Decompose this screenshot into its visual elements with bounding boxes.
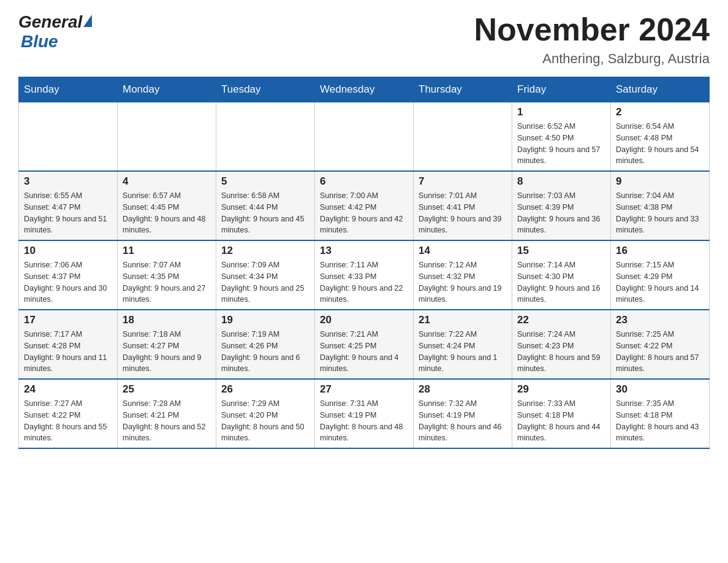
day-info: Sunrise: 6:57 AMSunset: 4:45 PMDaylight:…	[123, 190, 211, 236]
logo-triangle-icon	[83, 15, 92, 27]
day-info: Sunrise: 7:04 AMSunset: 4:38 PMDaylight:…	[616, 190, 704, 236]
day-number: 29	[517, 383, 605, 396]
day-info: Sunrise: 7:11 AMSunset: 4:33 PMDaylight:…	[320, 259, 408, 305]
day-info: Sunrise: 7:35 AMSunset: 4:18 PMDaylight:…	[616, 398, 704, 444]
day-number: 8	[517, 175, 605, 188]
day-info: Sunrise: 7:27 AMSunset: 4:22 PMDaylight:…	[24, 398, 112, 444]
logo-general-text: General	[18, 12, 82, 32]
day-number: 30	[616, 383, 704, 396]
day-number: 15	[517, 245, 605, 257]
calendar-cell: 7Sunrise: 7:01 AMSunset: 4:41 PMDaylight…	[414, 171, 512, 240]
calendar-cell	[315, 102, 414, 172]
week-row-3: 10Sunrise: 7:06 AMSunset: 4:37 PMDayligh…	[19, 240, 710, 310]
day-number: 4	[123, 175, 211, 188]
calendar-cell: 26Sunrise: 7:29 AMSunset: 4:20 PMDayligh…	[216, 379, 315, 448]
day-info: Sunrise: 7:31 AMSunset: 4:19 PMDaylight:…	[320, 398, 408, 444]
day-number: 17	[24, 314, 112, 326]
calendar-cell: 12Sunrise: 7:09 AMSunset: 4:34 PMDayligh…	[216, 240, 315, 310]
calendar-cell: 8Sunrise: 7:03 AMSunset: 4:39 PMDaylight…	[512, 171, 611, 240]
week-row-4: 17Sunrise: 7:17 AMSunset: 4:28 PMDayligh…	[19, 310, 710, 379]
day-info: Sunrise: 7:21 AMSunset: 4:25 PMDaylight:…	[320, 329, 408, 375]
day-info: Sunrise: 7:06 AMSunset: 4:37 PMDaylight:…	[24, 259, 112, 305]
calendar-cell	[216, 102, 315, 172]
day-number: 25	[123, 383, 211, 396]
calendar-cell: 6Sunrise: 7:00 AMSunset: 4:42 PMDaylight…	[315, 171, 414, 240]
calendar-cell	[414, 102, 512, 172]
day-number: 10	[24, 245, 112, 257]
day-number: 7	[419, 175, 507, 188]
calendar-cell: 24Sunrise: 7:27 AMSunset: 4:22 PMDayligh…	[19, 379, 118, 448]
calendar-title: November 2024	[474, 12, 710, 47]
day-number: 1	[517, 106, 605, 118]
day-info: Sunrise: 7:33 AMSunset: 4:18 PMDaylight:…	[517, 398, 605, 444]
calendar-cell: 4Sunrise: 6:57 AMSunset: 4:45 PMDaylight…	[118, 171, 216, 240]
calendar-cell	[19, 102, 118, 172]
calendar-cell: 21Sunrise: 7:22 AMSunset: 4:24 PMDayligh…	[414, 310, 512, 379]
day-number: 14	[419, 245, 507, 257]
day-info: Sunrise: 7:28 AMSunset: 4:21 PMDaylight:…	[123, 398, 211, 444]
day-info: Sunrise: 7:01 AMSunset: 4:41 PMDaylight:…	[419, 190, 507, 236]
day-number: 21	[419, 314, 507, 326]
day-info: Sunrise: 7:18 AMSunset: 4:27 PMDaylight:…	[123, 329, 211, 375]
day-info: Sunrise: 7:15 AMSunset: 4:29 PMDaylight:…	[616, 259, 704, 305]
day-number: 16	[616, 245, 704, 257]
calendar-cell: 20Sunrise: 7:21 AMSunset: 4:25 PMDayligh…	[315, 310, 414, 379]
calendar-cell: 2Sunrise: 6:54 AMSunset: 4:48 PMDaylight…	[611, 102, 710, 172]
calendar-cell: 11Sunrise: 7:07 AMSunset: 4:35 PMDayligh…	[118, 240, 216, 310]
day-info: Sunrise: 7:14 AMSunset: 4:30 PMDaylight:…	[517, 259, 605, 305]
day-info: Sunrise: 7:12 AMSunset: 4:32 PMDaylight:…	[419, 259, 507, 305]
day-info: Sunrise: 7:07 AMSunset: 4:35 PMDaylight:…	[123, 259, 211, 305]
week-row-2: 3Sunrise: 6:55 AMSunset: 4:47 PMDaylight…	[19, 171, 710, 240]
day-number: 26	[221, 383, 309, 396]
logo-blue-text: Blue	[21, 32, 58, 52]
day-number: 2	[616, 106, 704, 118]
calendar-cell: 16Sunrise: 7:15 AMSunset: 4:29 PMDayligh…	[611, 240, 710, 310]
calendar-cell	[118, 102, 216, 172]
day-info: Sunrise: 7:19 AMSunset: 4:26 PMDaylight:…	[221, 329, 309, 375]
day-number: 3	[24, 175, 112, 188]
day-info: Sunrise: 7:32 AMSunset: 4:19 PMDaylight:…	[419, 398, 507, 444]
day-number: 6	[320, 175, 408, 188]
day-number: 19	[221, 314, 309, 326]
day-info: Sunrise: 6:52 AMSunset: 4:50 PMDaylight:…	[517, 121, 605, 167]
calendar-cell: 28Sunrise: 7:32 AMSunset: 4:19 PMDayligh…	[414, 379, 512, 448]
day-info: Sunrise: 7:22 AMSunset: 4:24 PMDaylight:…	[419, 329, 507, 375]
day-number: 12	[221, 245, 309, 257]
day-number: 11	[123, 245, 211, 257]
day-number: 28	[419, 383, 507, 396]
week-row-1: 1Sunrise: 6:52 AMSunset: 4:50 PMDaylight…	[19, 102, 710, 172]
day-info: Sunrise: 6:54 AMSunset: 4:48 PMDaylight:…	[616, 121, 704, 167]
header-sunday: Sunday	[19, 77, 118, 102]
day-number: 9	[616, 175, 704, 188]
calendar-cell: 25Sunrise: 7:28 AMSunset: 4:21 PMDayligh…	[118, 379, 216, 448]
calendar-cell: 15Sunrise: 7:14 AMSunset: 4:30 PMDayligh…	[512, 240, 611, 310]
calendar-cell: 23Sunrise: 7:25 AMSunset: 4:22 PMDayligh…	[611, 310, 710, 379]
header-saturday: Saturday	[611, 77, 710, 102]
calendar-cell: 14Sunrise: 7:12 AMSunset: 4:32 PMDayligh…	[414, 240, 512, 310]
day-info: Sunrise: 6:58 AMSunset: 4:44 PMDaylight:…	[221, 190, 309, 236]
day-info: Sunrise: 7:03 AMSunset: 4:39 PMDaylight:…	[517, 190, 605, 236]
day-info: Sunrise: 7:24 AMSunset: 4:23 PMDaylight:…	[517, 329, 605, 375]
day-number: 23	[616, 314, 704, 326]
calendar-cell: 17Sunrise: 7:17 AMSunset: 4:28 PMDayligh…	[19, 310, 118, 379]
day-number: 24	[24, 383, 112, 396]
calendar-cell: 10Sunrise: 7:06 AMSunset: 4:37 PMDayligh…	[19, 240, 118, 310]
header-thursday: Thursday	[414, 77, 512, 102]
calendar-cell: 9Sunrise: 7:04 AMSunset: 4:38 PMDaylight…	[611, 171, 710, 240]
day-number: 18	[123, 314, 211, 326]
day-info: Sunrise: 7:25 AMSunset: 4:22 PMDaylight:…	[616, 329, 704, 375]
calendar-title-block: November 2024 Anthering, Salzburg, Austr…	[474, 12, 710, 67]
calendar-cell: 22Sunrise: 7:24 AMSunset: 4:23 PMDayligh…	[512, 310, 611, 379]
day-number: 13	[320, 245, 408, 257]
calendar-cell: 19Sunrise: 7:19 AMSunset: 4:26 PMDayligh…	[216, 310, 315, 379]
calendar-cell: 27Sunrise: 7:31 AMSunset: 4:19 PMDayligh…	[315, 379, 414, 448]
page-header: General Blue November 2024 Anthering, Sa…	[18, 12, 710, 67]
day-info: Sunrise: 6:55 AMSunset: 4:47 PMDaylight:…	[24, 190, 112, 236]
logo: General Blue	[18, 12, 92, 52]
calendar-cell: 18Sunrise: 7:18 AMSunset: 4:27 PMDayligh…	[118, 310, 216, 379]
header-monday: Monday	[118, 77, 216, 102]
calendar-subtitle: Anthering, Salzburg, Austria	[474, 51, 710, 67]
day-number: 27	[320, 383, 408, 396]
calendar-table: Sunday Monday Tuesday Wednesday Thursday…	[18, 77, 710, 449]
calendar-cell: 13Sunrise: 7:11 AMSunset: 4:33 PMDayligh…	[315, 240, 414, 310]
